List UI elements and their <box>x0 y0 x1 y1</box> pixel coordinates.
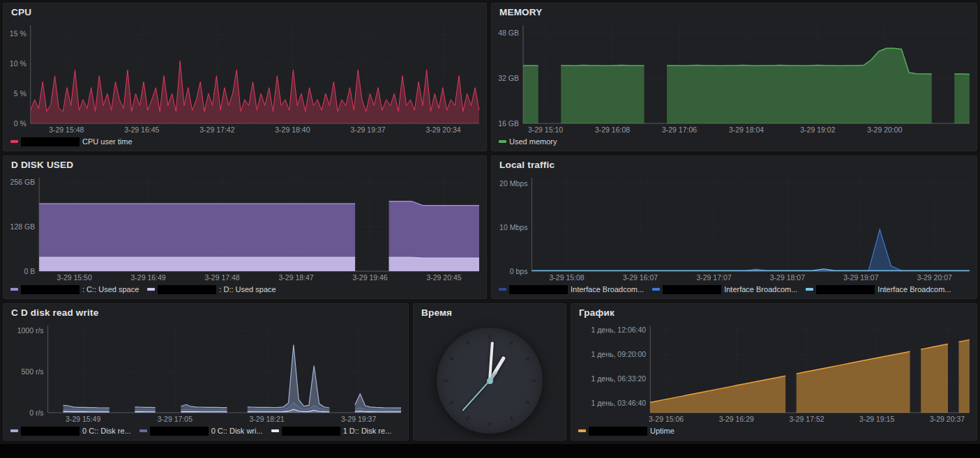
x-axis-label: 3-29 18:04 <box>729 125 764 134</box>
y-axis-label: 1 день, 09:20:00 <box>591 350 646 358</box>
series-area <box>667 48 932 123</box>
dashboard-row-2: D DISK USED 3-29 15:503-29 16:493-29 17:… <box>3 155 977 299</box>
cpu-chart[interactable]: 3-29 15:483-29 16:453-29 17:423-29 18:40… <box>3 21 486 135</box>
clock-tick <box>532 380 536 382</box>
clock-tick <box>444 380 448 382</box>
x-axis-label: 3-29 15:50 <box>57 273 92 282</box>
x-axis-label: 3-29 17:07 <box>696 273 731 282</box>
clock-tick <box>465 340 469 346</box>
y-axis-label: 16 GB <box>498 119 519 128</box>
disk-rw-chart[interactable]: 3-29 15:493-29 17:053-29 18:213-29 19:37… <box>3 321 408 425</box>
memory-chart[interactable]: 3-29 15:103-29 16:083-29 17:063-29 18:04… <box>492 21 977 135</box>
memory-legend: Used memory <box>492 135 977 151</box>
x-axis-label: 3-29 15:10 <box>528 125 563 134</box>
uptime-legend: Uptime <box>571 425 977 440</box>
redacted-host-label <box>21 285 80 294</box>
series-line <box>532 229 970 270</box>
legend-label: : C:: Used space <box>82 285 139 293</box>
y-axis-label: 20 Mbps <box>499 179 527 188</box>
x-axis-label: 3-29 15:48 <box>49 125 84 134</box>
y-axis-label: 15 % <box>10 29 27 38</box>
x-axis-label: 3-29 15:49 <box>66 415 100 423</box>
panel-title-disk-rw[interactable]: C D disk read write <box>3 304 408 321</box>
x-axis-label: 3-29 17:52 <box>789 415 824 423</box>
panel-title-disk-used[interactable]: D DISK USED <box>3 156 486 174</box>
x-axis-label: 3-29 17:42 <box>199 125 234 134</box>
series-area <box>797 351 910 413</box>
dashboard-row-3: C D disk read write 3-29 15:493-29 17:05… <box>3 303 977 441</box>
clock-tick <box>489 335 491 339</box>
legend-item[interactable]: : C:: Used space <box>10 285 139 294</box>
y-axis-label: 5 % <box>14 89 27 98</box>
legend-item[interactable]: 0 C:: Disk re... <box>10 427 131 436</box>
redacted-host-label <box>663 285 721 294</box>
legend-label: Used memory <box>509 137 557 146</box>
panel-title-cpu[interactable]: CPU <box>3 3 486 21</box>
x-axis-label: 3-29 19:37 <box>341 415 376 423</box>
legend-item[interactable]: CPU user time <box>10 137 133 146</box>
legend-item[interactable]: Interface Broadcom... <box>499 285 644 294</box>
x-axis-label: 3-29 18:21 <box>249 415 284 423</box>
clock-tick <box>449 400 455 404</box>
clock-tick <box>449 356 455 360</box>
disk-used-chart[interactable]: 3-29 15:503-29 16:493-29 17:483-29 18:47… <box>3 174 486 283</box>
x-axis-label: 3-29 18:07 <box>770 273 805 282</box>
redacted-host-label <box>589 427 647 436</box>
legend-item[interactable]: Interface Broadcom... <box>806 285 951 294</box>
panel-title-uptime-graph[interactable]: График <box>571 304 977 321</box>
legend-swatch <box>652 288 660 291</box>
panel-title-memory[interactable]: MEMORY <box>492 3 977 21</box>
x-axis-label: 3-29 15:06 <box>649 415 684 423</box>
series-area <box>959 339 970 413</box>
redacted-host-label <box>21 427 80 436</box>
legend-swatch <box>271 429 279 432</box>
panel-title-local-traffic[interactable]: Local traffic <box>492 156 977 174</box>
x-axis-label: 3-29 16:45 <box>124 125 159 134</box>
panel-title-clock[interactable]: Время <box>414 304 566 321</box>
legend-swatch <box>578 429 586 432</box>
legend-label: 1 D:: Disk re... <box>343 427 392 435</box>
series-area <box>523 66 538 123</box>
panel-local-traffic: Local traffic 3-29 15:083-29 16:073-29 1… <box>491 155 977 299</box>
y-axis-label: 10 Mbps <box>499 223 527 231</box>
clock-tick <box>525 400 531 404</box>
panel-disk-used: D DISK USED 3-29 15:503-29 16:493-29 17:… <box>3 155 487 299</box>
legend-swatch <box>140 429 147 432</box>
series-area <box>39 257 355 271</box>
legend-swatch <box>806 288 813 291</box>
legend-label: 0 C:: Disk wri... <box>211 427 263 435</box>
legend-item[interactable]: Interface Broadcom... <box>652 285 797 294</box>
x-axis-label: 3-29 20:00 <box>867 125 902 134</box>
legend-swatch <box>499 288 506 291</box>
y-axis-label: 1 день, 12:06:40 <box>591 326 646 334</box>
local-traffic-chart[interactable]: 3-29 15:083-29 16:073-29 17:073-29 18:07… <box>492 174 977 283</box>
bottom-bar <box>0 444 980 458</box>
uptime-chart[interactable]: 3-29 15:063-29 16:293-29 17:523-29 19:15… <box>571 321 977 425</box>
x-axis-label: 3-29 20:37 <box>930 415 965 423</box>
y-axis-label: 128 GB <box>10 222 36 231</box>
redacted-host-label <box>158 285 216 294</box>
legend-label: : D:: Used space <box>219 285 276 293</box>
legend-item[interactable]: Uptime <box>578 427 674 436</box>
legend-item[interactable]: : D:: Used space <box>147 285 276 294</box>
x-axis-label: 3-29 20:34 <box>425 125 460 134</box>
legend-item[interactable]: 1 D:: Disk re... <box>271 427 392 436</box>
legend-item[interactable]: Used memory <box>499 137 557 146</box>
legend-item[interactable]: 0 C:: Disk wri... <box>140 427 263 436</box>
x-axis-label: 3-29 19:37 <box>350 125 385 134</box>
x-axis-label: 3-29 19:15 <box>859 415 894 423</box>
cpu-legend: CPU user time <box>3 135 486 151</box>
x-axis-label: 3-29 17:05 <box>158 415 193 423</box>
chart-svg: 3-29 15:083-29 16:073-29 17:073-29 18:07… <box>492 174 977 283</box>
legend-label: 0 C:: Disk re... <box>82 427 131 435</box>
series-area <box>532 229 970 271</box>
clock-tick <box>509 340 513 346</box>
dashboard-row-1: CPU 3-29 15:483-29 16:453-29 17:423-29 1… <box>3 3 977 151</box>
clock-face <box>437 328 543 434</box>
clock-tick <box>509 416 513 422</box>
legend-swatch <box>147 288 155 291</box>
legend-swatch <box>499 140 506 143</box>
local-traffic-legend: Interface Broadcom...Interface Broadcom.… <box>492 283 977 298</box>
legend-label: Interface Broadcom... <box>877 285 951 293</box>
chart-svg: 3-29 15:503-29 16:493-29 17:483-29 18:47… <box>3 174 486 283</box>
